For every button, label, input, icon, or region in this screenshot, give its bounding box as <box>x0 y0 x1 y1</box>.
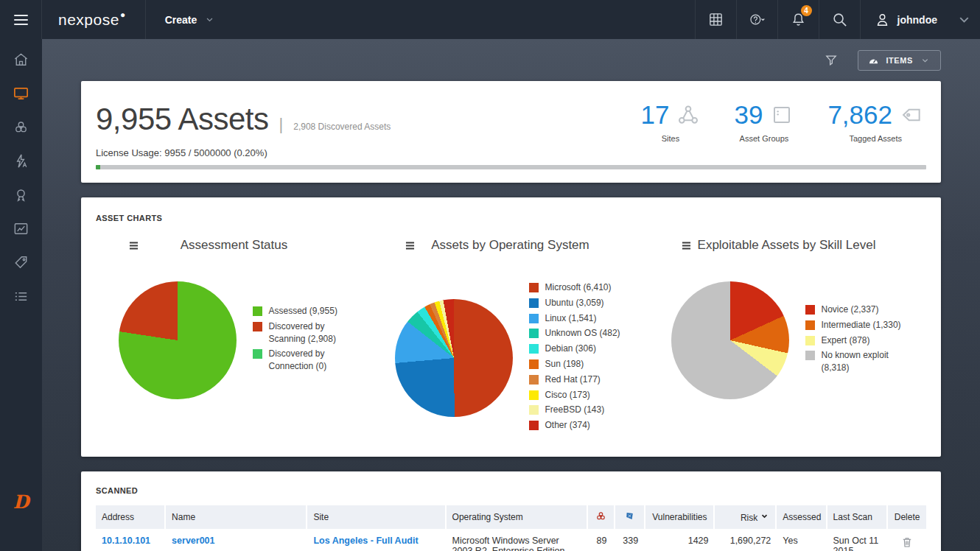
create-menu-button[interactable]: Create <box>146 0 235 39</box>
create-label: Create <box>165 14 197 26</box>
sidebar-item-tags[interactable] <box>0 245 42 279</box>
hamburger-menu-button[interactable] <box>0 0 42 39</box>
column-header-vulnerabilities[interactable]: Vulnerabilities <box>645 505 714 529</box>
sidebar-item-assets[interactable] <box>0 76 42 110</box>
legend-label: Discovered by Connection (0) <box>269 348 350 373</box>
legend-swatch <box>805 336 815 345</box>
apps-grid-icon <box>707 11 724 28</box>
legend-swatch <box>529 329 539 338</box>
stat-value: 7,862 <box>827 100 892 130</box>
apps-grid-button[interactable] <box>695 0 736 39</box>
column-header-malware[interactable] <box>588 505 615 529</box>
summary-stats: 17 Sites 39 Asset Groups 7,862 Tagged As… <box>641 96 926 158</box>
user-menu-caret[interactable] <box>948 0 980 39</box>
name-link[interactable]: server001 <box>172 536 214 546</box>
sidebar-item-administration[interactable] <box>0 279 42 313</box>
column-label: Address <box>102 512 134 522</box>
medal-icon <box>13 186 29 203</box>
discovered-assets-label: 2,908 Discovered Assets <box>293 122 391 132</box>
legend-item: Discovered by Scanning (2,908) <box>253 320 350 345</box>
stat-label: Sites <box>641 134 701 143</box>
license-usage-bar <box>96 165 926 169</box>
license-usage-fill <box>96 165 100 169</box>
sidebar-item-vulnerabilities[interactable] <box>0 110 42 144</box>
app-logo[interactable]: nexpose● <box>42 0 145 39</box>
sidebar-item-exploits[interactable] <box>0 144 42 178</box>
stat-label: Tagged Assets <box>827 134 923 143</box>
asset-charts-title: ASSET CHARTS <box>96 214 926 222</box>
legend-swatch <box>529 405 539 415</box>
cell-malware: 89 <box>597 536 607 546</box>
sidebar-item-policies[interactable] <box>0 178 42 211</box>
chart-panel: Exploitable Assets by Skill Level Novice… <box>648 234 925 435</box>
legend-item: Microsoft (6,410) <box>529 281 626 294</box>
column-header-risk[interactable]: Risk <box>715 505 777 529</box>
list-icon <box>13 288 29 305</box>
stat-label: Asset Groups <box>734 134 794 143</box>
sites-icon <box>676 103 700 127</box>
column-header-assessed[interactable]: Assessed <box>777 505 827 529</box>
chart-menu-icon[interactable] <box>127 239 141 253</box>
scanned-title: SCANNED <box>96 486 926 495</box>
legend-label: Debian (306) <box>545 343 596 355</box>
cell-vulnerabilities: 1429 <box>688 536 709 546</box>
charts-row: Assessment Status Assessed (9,955) Disco… <box>96 234 926 435</box>
help-button[interactable] <box>736 0 777 39</box>
tag-outline-icon <box>900 103 923 127</box>
legend-swatch <box>805 351 815 360</box>
sidebar-item-home[interactable] <box>0 42 42 76</box>
notifications-button[interactable]: 4 <box>777 0 819 39</box>
column-header-delete[interactable]: Delete <box>888 505 926 529</box>
pie-chart[interactable] <box>671 281 789 399</box>
items-dropdown-button[interactable]: ITEMS <box>858 50 941 71</box>
address-link[interactable]: 10.1.10.101 <box>102 536 150 546</box>
chart-menu-icon[interactable] <box>679 239 693 253</box>
legend-item: Debian (306) <box>529 343 626 355</box>
stat-tagged-assets[interactable]: 7,862 Tagged Assets <box>827 100 923 158</box>
legend-label: Intermediate (1,330) <box>822 319 901 331</box>
legend-label: Expert (878) <box>822 334 870 347</box>
column-header-address[interactable]: Address <box>96 505 166 529</box>
column-header-site[interactable]: Site <box>307 505 446 529</box>
legend-item: Linux (1,541) <box>529 312 626 325</box>
chevron-down-icon <box>919 55 931 66</box>
column-label: Name <box>172 512 195 522</box>
hamburger-icon <box>14 12 28 28</box>
assets-summary-card: 9,955 Assets | 2,908 Discovered Assets L… <box>81 81 941 183</box>
legend-label: Unknown OS (482) <box>545 327 620 340</box>
column-label: Assessed <box>783 512 821 522</box>
chevron-down-icon <box>956 11 973 28</box>
legend-swatch <box>529 314 539 323</box>
legend-label: Discovered by Scanning (2,908) <box>269 320 350 345</box>
site-link[interactable]: Los Angeles - Full Audit <box>313 536 418 546</box>
legend-item: No known exploit (8,318) <box>805 349 903 374</box>
stat-sites[interactable]: 17 Sites <box>641 100 701 158</box>
user-menu-button[interactable]: johndoe <box>860 0 948 39</box>
column-header-last_scan[interactable]: Last Scan <box>827 505 889 529</box>
pie-chart[interactable] <box>119 281 237 399</box>
delete-icon[interactable] <box>900 536 914 549</box>
filter-icon[interactable] <box>824 53 839 68</box>
search-button[interactable] <box>819 0 860 39</box>
legend-item: Red Hat (177) <box>529 373 626 386</box>
pie-chart[interactable] <box>395 299 513 417</box>
legend-item: Novice (2,337) <box>805 303 903 316</box>
legend-swatch <box>529 375 539 385</box>
legend-item: Unknown OS (482) <box>529 327 626 340</box>
legend-item: Intermediate (1,330) <box>805 319 903 331</box>
stat-asset-groups[interactable]: 39 Asset Groups <box>734 100 794 158</box>
legend-label: Microsoft (6,410) <box>545 281 612 294</box>
legend-label: No known exploit (8,318) <box>822 349 903 374</box>
column-header-name[interactable]: Name <box>166 505 307 529</box>
chart-legend: Microsoft (6,410) Ubuntu (3,059) Linux (… <box>529 281 626 435</box>
column-header-os[interactable]: Operating System <box>447 505 588 529</box>
chart-menu-icon[interactable] <box>403 239 417 253</box>
legend-swatch <box>805 305 815 315</box>
chart-panel: Assets by Operating System Microsoft (6,… <box>372 234 648 435</box>
column-header-exploits[interactable] <box>615 505 645 529</box>
cell-risk: 1,690,272 <box>730 536 771 546</box>
legend-swatch <box>253 349 262 359</box>
legend-swatch <box>529 283 539 292</box>
search-icon <box>831 11 848 28</box>
sidebar-item-reports[interactable] <box>0 211 42 245</box>
